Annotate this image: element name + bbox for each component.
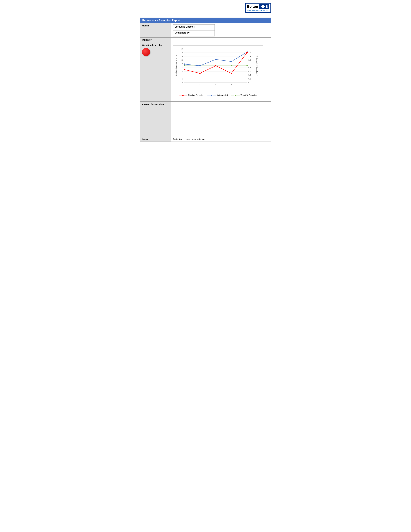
month-label: Month: [140, 23, 171, 38]
legend-pct-label: % Cancelled: [217, 94, 228, 96]
svg-text:1.4: 1.4: [248, 55, 251, 57]
reason-label-cell: Reason for variation: [140, 102, 171, 137]
reason-label: Reason for variation: [142, 103, 164, 106]
page-header: Bolton NHS NHS Foundation Trust: [140, 3, 271, 13]
indicator-row: Indicator: [140, 38, 271, 42]
variation-label-cell: Variation from plan: [140, 42, 171, 102]
exec-director-label: Executive Director:: [175, 26, 213, 28]
variation-label: Variation from plan: [142, 44, 162, 47]
completed-by-label: Completed by:: [175, 31, 213, 34]
svg-text:5: 5: [247, 84, 248, 86]
title-row: Performance Exception Report: [140, 18, 271, 23]
svg-point-43: [199, 65, 201, 66]
logo-right: Bolton NHS NHS Foundation Trust: [247, 4, 269, 12]
impact-value: Patient outcomes or experience: [171, 137, 271, 142]
logo-trust-text: NHS Foundation Trust: [247, 9, 268, 12]
svg-text:0: 0: [248, 82, 249, 84]
svg-text:Number Cancelled in week: Number Cancelled in week: [175, 55, 177, 76]
svg-text:4: 4: [182, 74, 183, 76]
impact-label-cell: Impact: [140, 137, 171, 142]
svg-text:0.4: 0.4: [248, 74, 251, 76]
impact-row: Impact Patient outcomes or experience: [140, 137, 271, 142]
svg-point-44: [215, 59, 216, 60]
svg-point-50: [231, 73, 232, 74]
svg-text:3: 3: [215, 84, 216, 86]
reason-row: Reason for variation: [140, 102, 271, 137]
svg-text:18: 18: [181, 48, 183, 50]
svg-point-40: [231, 65, 232, 66]
variation-row: Variation from plan: [140, 42, 271, 102]
indicator-content: [171, 38, 271, 42]
report-title: Performance Exception Report: [140, 18, 271, 23]
report-table: Performance Exception Report Month Execu…: [140, 18, 271, 142]
logo-nhs-text: NHS: [259, 4, 269, 9]
month-content: Executive Director: Completed by:: [171, 23, 271, 38]
chart-legend: Number Cancelled % Cancelled: [175, 94, 261, 96]
svg-point-49: [215, 65, 216, 66]
svg-text:12: 12: [181, 59, 183, 61]
svg-text:1: 1: [248, 63, 249, 65]
svg-text:0.8: 0.8: [248, 66, 251, 68]
svg-text:2: 2: [200, 84, 200, 86]
svg-text:0.2: 0.2: [248, 78, 251, 80]
logo-top: Bolton NHS: [247, 4, 269, 9]
svg-point-48: [199, 73, 201, 74]
indicator-label: Indicator: [140, 38, 171, 42]
reason-content: [171, 102, 271, 137]
svg-text:2: 2: [182, 78, 183, 80]
legend-number-label: Number Cancelled: [188, 94, 204, 96]
variation-content: 0 2 4 6 8 10 12 14 16 18 0 0.2 0.4 0.6 0…: [171, 42, 271, 102]
svg-text:1.2: 1.2: [248, 59, 251, 61]
logo-container: Bolton NHS NHS Foundation Trust: [245, 3, 271, 13]
legend-pct-cancelled: % Cancelled: [207, 94, 228, 96]
svg-text:6: 6: [182, 70, 183, 72]
svg-text:10: 10: [181, 63, 183, 65]
svg-text:0: 0: [182, 82, 183, 84]
svg-text:14: 14: [181, 55, 183, 57]
svg-text:0.6: 0.6: [248, 70, 251, 72]
legend-number-cancelled: Number Cancelled: [178, 94, 204, 96]
svg-text:% Cancelled (Cumulative): % Cancelled (Cumulative): [256, 56, 258, 76]
svg-point-45: [231, 61, 232, 62]
chart-svg: 0 2 4 6 8 10 12 14 16 18 0 0.2 0.4 0.6 0…: [175, 47, 258, 92]
legend-target-label: Target % Cancelled: [241, 94, 257, 96]
status-indicator: [142, 48, 150, 56]
svg-text:1: 1: [184, 84, 185, 86]
svg-text:16: 16: [181, 51, 183, 53]
logo-bolton-text: Bolton: [247, 5, 258, 9]
chart-container: 0 2 4 6 8 10 12 14 16 18 0 0.2 0.4 0.6 0…: [173, 46, 263, 98]
svg-text:8: 8: [182, 66, 183, 68]
month-row: Month Executive Director: Completed by:: [140, 23, 271, 38]
svg-text:1.6: 1.6: [248, 51, 251, 53]
legend-target-pct: Target % Cancelled: [231, 94, 257, 96]
svg-text:4: 4: [231, 84, 232, 86]
